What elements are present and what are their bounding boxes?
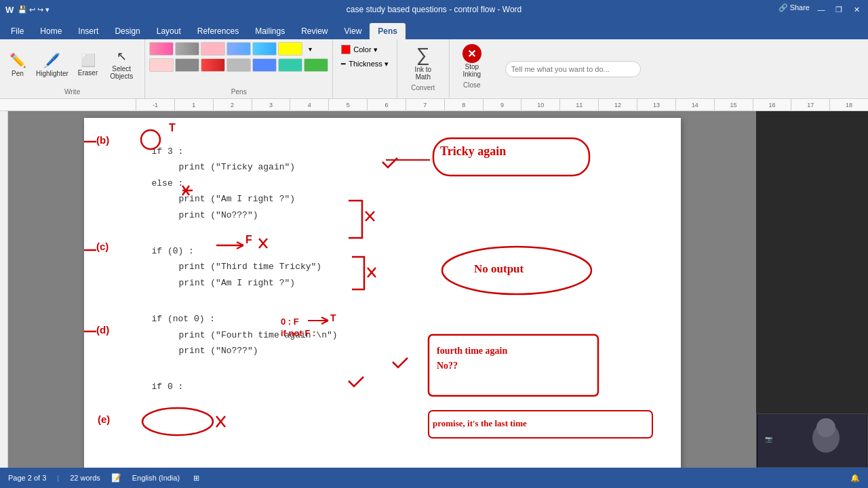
pen-swatch-12[interactable] bbox=[278, 58, 302, 72]
ink-to-math-label: Ink toMath bbox=[415, 66, 431, 81]
write-group: ✏️ Pen 🖊️ Highlighter ⬜ Eraser ↖ Select … bbox=[0, 39, 145, 98]
close-btn[interactable]: ✕ bbox=[850, 3, 863, 16]
highlighter-btn[interactable]: 🖊️ Highlighter bbox=[33, 50, 72, 79]
svg-text:(b): (b) bbox=[96, 134, 109, 146]
write-group-items: ✏️ Pen 🖊️ Highlighter ⬜ Eraser ↖ Select … bbox=[5, 42, 139, 87]
title-left: W 💾 ↩ ↪ ▾ bbox=[5, 5, 50, 15]
close-label: Close bbox=[463, 80, 481, 89]
svg-line-37 bbox=[216, 416, 225, 427]
left-margin bbox=[0, 111, 8, 468]
code-line-d1: if (not 0) : bbox=[152, 311, 640, 327]
pen-swatch-7[interactable] bbox=[149, 58, 174, 72]
pen-swatch-13[interactable] bbox=[304, 58, 328, 72]
pen-swatch-1[interactable] bbox=[149, 42, 174, 56]
svg-point-42 bbox=[816, 418, 835, 437]
ribbon: ✏️ Pen 🖊️ Highlighter ⬜ Eraser ↖ Select … bbox=[0, 39, 868, 99]
ribbon-tabs: File Home Insert Design Layout Reference… bbox=[0, 19, 868, 39]
code-line-d2: print ("Fourth time again \n") bbox=[152, 327, 640, 343]
layout-icon: ⊞ bbox=[193, 474, 199, 483]
search-input[interactable] bbox=[505, 61, 641, 77]
pen-btn[interactable]: ✏️ Pen bbox=[5, 50, 30, 79]
stop-inking-group: ✕ Stop Inking Close bbox=[450, 39, 494, 98]
tab-file[interactable]: File bbox=[3, 23, 32, 39]
code-line-e1: if 0 : bbox=[152, 379, 640, 394]
svg-text:(e): (e) bbox=[98, 413, 110, 425]
minimize-btn[interactable]: — bbox=[815, 3, 827, 16]
pens-expand-btn[interactable]: ▾ bbox=[304, 42, 316, 56]
color-thickness-group: Color ▾ ━ Thickness ▾ bbox=[333, 39, 397, 98]
code-line-b5: print ("No???") bbox=[152, 207, 640, 223]
ink-to-math-btn[interactable]: ∑ Ink toMath bbox=[403, 42, 443, 83]
svg-text:(d): (d) bbox=[96, 324, 109, 336]
pen-swatch-9[interactable] bbox=[201, 58, 225, 72]
pen-swatch-10[interactable] bbox=[226, 58, 251, 72]
code-line-c3: print ("Am I right ?") bbox=[152, 275, 640, 291]
tab-pens[interactable]: Pens bbox=[370, 23, 406, 39]
section-d: if (not 0) : print ("Fourth time again \… bbox=[152, 311, 640, 359]
tab-layout[interactable]: Layout bbox=[149, 23, 189, 39]
convert-label: Convert bbox=[411, 83, 435, 92]
maximize-btn[interactable]: ❐ bbox=[833, 3, 845, 16]
thickness-icon: ━ bbox=[341, 60, 346, 68]
svg-text:📷: 📷 bbox=[765, 435, 773, 443]
title-right-buttons: 🔗 Share — ❐ ✕ bbox=[778, 3, 863, 16]
code-line-b1: if 3 : bbox=[152, 144, 640, 159]
page: (b) T Tricky again bbox=[84, 118, 681, 468]
right-panel: 📷 bbox=[756, 111, 868, 468]
tab-references[interactable]: References bbox=[189, 23, 247, 39]
pen-swatch-4[interactable] bbox=[226, 42, 251, 56]
eraser-icon: ⬜ bbox=[81, 53, 96, 68]
pen-swatch-2[interactable] bbox=[175, 42, 199, 56]
tab-insert[interactable]: Insert bbox=[70, 23, 106, 39]
tab-review[interactable]: Review bbox=[293, 23, 336, 39]
proofing-icon: 📝 bbox=[111, 473, 121, 483]
stop-inking-label: Stop Inking bbox=[458, 63, 486, 78]
pen-swatch-3[interactable] bbox=[201, 42, 225, 56]
pen-icon: ✏️ bbox=[9, 52, 26, 68]
select-objects-btn[interactable]: ↖ Select Objects bbox=[104, 47, 139, 82]
status-bar: Page 2 of 3 | 22 words 📝 English (India)… bbox=[0, 468, 868, 488]
code-line-c1: if (0) : bbox=[152, 243, 640, 259]
stop-inking-icon: ✕ bbox=[462, 44, 481, 63]
tab-home[interactable]: Home bbox=[32, 23, 70, 39]
section-b: if 3 : print ("Tricky again") else : pri… bbox=[152, 144, 640, 223]
math-icon: ∑ bbox=[416, 44, 430, 66]
title-bar: W 💾 ↩ ↪ ▾ case study based questions - c… bbox=[0, 0, 868, 19]
word-logo: W bbox=[5, 5, 14, 15]
svg-line-36 bbox=[216, 416, 225, 427]
main-area: (b) T Tricky again bbox=[0, 111, 868, 468]
language: English (India) bbox=[132, 474, 180, 482]
tab-design[interactable]: Design bbox=[106, 23, 148, 39]
tab-mailings[interactable]: Mailings bbox=[247, 23, 293, 39]
pens-group: ▾ Pens bbox=[145, 39, 333, 98]
share-btn[interactable]: 🔗 Share bbox=[778, 3, 810, 16]
document-area: (b) T Tricky again bbox=[8, 111, 756, 468]
thickness-label: Thickness ▾ bbox=[349, 60, 389, 68]
svg-rect-40 bbox=[758, 414, 867, 467]
code-line-b4: print ("Am I right ?") bbox=[152, 191, 640, 207]
quick-access: 💾 ↩ ↪ ▾ bbox=[18, 5, 50, 14]
section-c: if (0) : print ("Third time Tricky") pri… bbox=[152, 243, 640, 291]
pen-label: Pen bbox=[12, 70, 24, 77]
pen-swatch-11[interactable] bbox=[252, 58, 277, 72]
pens-group-label: Pens bbox=[149, 88, 328, 96]
code-line-d3: print ("No???") bbox=[152, 343, 640, 359]
pen-swatch-6[interactable] bbox=[278, 42, 302, 56]
color-swatch bbox=[341, 45, 351, 54]
search-bar bbox=[494, 39, 868, 98]
code-line-b3: else : bbox=[152, 176, 640, 191]
write-group-label: Write bbox=[64, 87, 80, 96]
notification-icon: 🔔 bbox=[850, 474, 860, 483]
thickness-btn[interactable]: ━ Thickness ▾ bbox=[338, 58, 391, 70]
svg-text:(c): (c) bbox=[96, 241, 108, 252]
color-btn[interactable]: Color ▾ bbox=[338, 43, 391, 56]
ruler: -1 1 2 3 4 5 6 7 8 9 10 11 12 13 14 15 1… bbox=[0, 99, 868, 111]
tab-view[interactable]: View bbox=[336, 23, 370, 39]
stop-inking-btn[interactable]: ✕ Stop Inking bbox=[455, 42, 489, 80]
select-label: Select Objects bbox=[107, 65, 136, 80]
pens-row-top: ▾ bbox=[149, 42, 328, 56]
code-line-b2: print ("Tricky again") bbox=[152, 159, 640, 175]
eraser-btn[interactable]: ⬜ Eraser bbox=[75, 51, 101, 79]
pen-swatch-8[interactable] bbox=[175, 58, 199, 72]
pen-swatch-5[interactable] bbox=[252, 42, 277, 56]
